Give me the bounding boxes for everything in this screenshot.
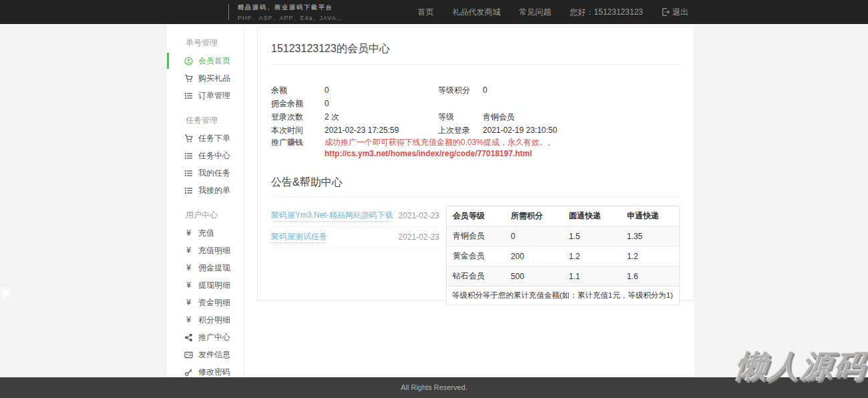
table-row: 青铜会员 0 1.5 1.35: [447, 226, 680, 246]
sidebar-item-member-home[interactable]: 会员首页: [167, 52, 244, 69]
sidebar-item-label: 任务下单: [198, 133, 230, 144]
sidebar-item-label: 发件信息: [198, 349, 230, 361]
sidebar-item-label: 充值明细: [198, 245, 230, 256]
list-icon: [184, 152, 193, 160]
nav-menu: 首页 礼品代发商城 常见问题 您好：15123123123 退出: [409, 0, 698, 24]
side-toggle-widget[interactable]: [0, 286, 12, 301]
member-info-grid: 余额 0 等级积分 0 拥金余额 0 登录次数 2 次 等级 青铜会员 本次时间…: [271, 83, 680, 160]
sidebar-item-commission-withdraw[interactable]: ¥ 佣金提现: [167, 259, 244, 276]
cart-icon: [184, 134, 193, 143]
sidebar-item-withdraw-detail[interactable]: ¥ 提现明细: [167, 276, 244, 294]
sidebar-item-buy-gifts[interactable]: 购买礼品: [167, 69, 244, 87]
member-levels-table: 会员等级 所需积分 圆通快递 申通快递 青铜会员 0 1.5 1.35 黄金会员…: [446, 206, 680, 305]
sidebar-item-label: 我接的单: [198, 185, 230, 196]
sidebar-item-accepted-orders[interactable]: 我接的单: [167, 182, 244, 199]
field-label: 拥金余额: [271, 98, 324, 110]
sidebar-item-promotion-center[interactable]: 推广中心: [167, 329, 244, 346]
sidebar-item-label: 我的任务: [198, 168, 230, 179]
info-row-promotion: 推广赚钱 成功推广一个即可获得下线充值金额的0.03%提成，永久有效。。 htt…: [271, 137, 680, 160]
info-row-commission-balance: 拥金余额 0: [271, 97, 680, 110]
cart-icon: [184, 74, 193, 83]
list-item: 聚码屋Ym3.Net-精品网站源码下载平台 2021-02-23: [271, 206, 439, 227]
announcement-link[interactable]: 聚码屋Ym3.Net-精品网站源码下载平台: [271, 210, 393, 222]
field-value: 0: [324, 85, 438, 95]
sidebar-item-label: 提现明细: [198, 280, 230, 291]
sidebar-item-label: 任务中心: [198, 150, 230, 162]
field-label: 本次时间: [271, 125, 324, 136]
list-item: 聚码屋测试任务 2021-02-23: [271, 227, 439, 248]
info-row-login-time: 本次时间 2021-02-23 17:25:59 上次登录 2021-02-19…: [271, 124, 680, 137]
announcements-divider: [271, 196, 680, 197]
logout-button[interactable]: 退出: [652, 0, 698, 24]
sidebar-item-recharge-detail[interactable]: ¥ 充值明细: [167, 242, 244, 259]
table-note: 等级积分等于您的累计充值金额(如：累计充值1元，等级积分为1): [447, 286, 680, 305]
user-circle-icon: [184, 57, 193, 65]
watermark-logo: 懒人源码: [734, 346, 868, 387]
field-value: 0: [324, 99, 438, 108]
sidebar-item-recharge[interactable]: ¥ 充值: [167, 224, 244, 242]
cell: 黄金会员: [447, 246, 505, 266]
nav-item-faq[interactable]: 常见问题: [510, 0, 561, 24]
yen-icon: ¥: [184, 316, 193, 325]
nav-item-gift-mall[interactable]: 礼品代发商城: [443, 0, 510, 24]
sidebar-item-my-tasks[interactable]: 我的任务: [167, 164, 244, 182]
sidebar-item-label: 充值: [198, 228, 214, 239]
side-toggle-inner: [3, 290, 9, 296]
sidebar-item-sender-info[interactable]: 发件信息: [167, 346, 244, 363]
cell: 青铜会员: [447, 226, 505, 246]
sidebar-item-label: 修改密码: [198, 367, 230, 378]
logo-divider: [228, 4, 229, 20]
field-value: 青铜会员: [483, 112, 680, 123]
sidebar-item-label: 会员首页: [198, 55, 230, 67]
table-note-row: 等级积分等于您的累计充值金额(如：累计充值1元，等级积分为1): [447, 286, 680, 305]
share-icon: [184, 333, 193, 342]
col-header-points: 所需积分: [505, 206, 563, 226]
id-card-icon: [184, 351, 193, 359]
member-center-panel: 15123123123的会员中心 余额 0 等级积分 0 拥金余额 0 登录次数…: [257, 27, 694, 301]
sidebar-item-order-mgmt[interactable]: 订单管理: [167, 87, 244, 104]
table-header-row: 会员等级 所需积分 圆通快递 申通快递: [447, 206, 680, 226]
cell: 500: [505, 266, 563, 286]
sidebar-section-user-center: 用户中心: [167, 210, 244, 221]
field-label: 登录次数: [271, 112, 324, 123]
promo-referral-link[interactable]: http://cs.ym3.net/homes/index/reg/code/7…: [324, 148, 532, 160]
yen-icon: ¥: [184, 246, 193, 255]
sidebar-item-task-order[interactable]: 任务下单: [167, 130, 244, 147]
sidebar-item-points-detail[interactable]: ¥ 积分明细: [167, 311, 244, 329]
list-icon: [184, 186, 193, 195]
yen-icon: ¥: [184, 281, 193, 290]
col-header-level: 会员等级: [447, 206, 505, 226]
sidebar-item-task-center[interactable]: 任务中心: [167, 147, 244, 164]
sign-out-icon: [662, 8, 670, 16]
col-header-sto: 申通快递: [621, 206, 680, 226]
promo-text: 成功推广一个即可获得下线充值金额的0.03%提成，永久有效。。: [324, 138, 556, 147]
field-label: 推广赚钱: [271, 137, 324, 148]
sidebar: 单号管理 会员首页 购买礼品 订单管理 任务管理 任务下单 任务中心 我的任务: [167, 24, 244, 377]
user-greeting: 您好：15123123123: [561, 0, 652, 24]
field-value: 2021-02-23 17:25:59: [324, 126, 438, 135]
sidebar-item-label: 订单管理: [198, 90, 230, 102]
logo-subtitle: PHP、ASP、APP、E4a、JAVA…: [238, 14, 343, 23]
cell: 1.2: [621, 246, 680, 266]
key-icon: [184, 368, 193, 377]
info-row-login-count: 登录次数 2 次 等级 青铜会员: [271, 110, 680, 124]
cell: 1.6: [621, 266, 680, 286]
sidebar-section-order-mgmt: 单号管理: [167, 37, 244, 49]
cell: 1.5: [563, 226, 621, 246]
info-row-balance: 余额 0 等级积分 0: [271, 83, 680, 97]
field-label: 等级积分: [438, 85, 483, 96]
cell: 钻石会员: [447, 266, 505, 286]
yen-icon: ¥: [184, 298, 193, 307]
nav-item-home[interactable]: 首页: [409, 0, 443, 24]
sidebar-item-funds-detail[interactable]: ¥ 资金明细: [167, 294, 244, 311]
announcements-title: 公告&帮助中心: [271, 176, 680, 190]
copyright-text: All Rights Reserved.: [401, 383, 467, 391]
sidebar-item-label: 资金明细: [198, 297, 230, 309]
cell: 1.1: [563, 266, 621, 286]
sidebar-item-label: 购买礼品: [198, 73, 230, 84]
announcement-link[interactable]: 聚码屋测试任务: [271, 231, 327, 243]
cell: 1.2: [563, 246, 621, 266]
title-divider: [271, 64, 680, 65]
field-label: 上次登录: [438, 125, 483, 136]
list-icon: [184, 169, 193, 178]
